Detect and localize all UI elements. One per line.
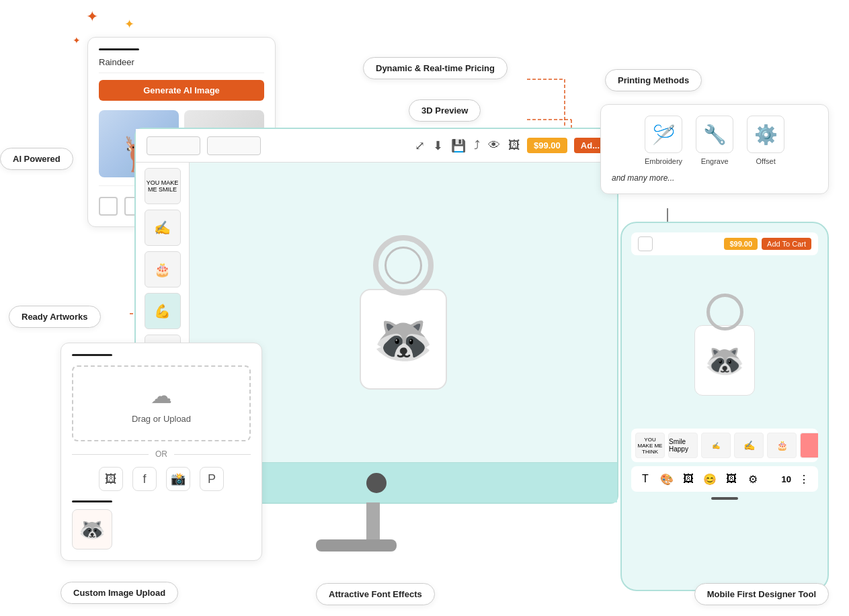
ai-panel-label: Raindeer [99, 57, 264, 67]
save-icon[interactable]: 💾 [451, 138, 466, 153]
ai-panel-line [99, 48, 139, 50]
mobile-toolbar: T 🎨 🖼 😊 🖼 ⚙ 10 ⋮ [631, 466, 818, 492]
expand-icon[interactable]: ⤢ [415, 138, 425, 153]
printing-methods-tooltip: Printing Methods [605, 69, 702, 91]
toolbar-input-2[interactable] [207, 136, 261, 155]
mobile-home-indicator [711, 497, 738, 500]
side-thumb-1[interactable]: YOU MAKE ME SMILE [145, 168, 181, 204]
keychain-product: 🦝 [360, 235, 447, 390]
drag-upload-text: Drag or Upload [132, 414, 191, 424]
share-icon[interactable]: ⤴ [474, 138, 480, 153]
mobile-top-bar: $99.00 Add To Cart [631, 232, 818, 255]
mobile-image-tool[interactable]: 🖼 [680, 470, 697, 488]
mobile-art-1[interactable]: YOU MAKE ME THINK [635, 433, 665, 458]
embroidery-label: Embroidery [645, 157, 682, 165]
toolbar-input-1[interactable] [147, 136, 200, 155]
or-text: OR [155, 449, 167, 459]
printing-methods-panel: 🪡 Embroidery 🔧 Engrave ⚙️ Offset and man… [600, 104, 829, 194]
deer-sticker: 🦝 [373, 311, 434, 368]
custom-image-upload-label: Custom Image Upload [60, 582, 178, 604]
download-icon[interactable]: ⬇ [433, 138, 443, 153]
mobile-keychain-ring [706, 294, 743, 331]
monitor-stand [350, 502, 397, 552]
offset-label: Offset [756, 157, 776, 165]
gallery-source-icon[interactable]: 🖼 [99, 467, 123, 491]
mobile-price: $99.00 [724, 238, 758, 250]
mobile-keychain: 🦝 [694, 294, 755, 396]
keychain-body: 🦝 [360, 289, 447, 390]
generate-ai-button[interactable]: Generate AI Image [99, 80, 264, 101]
attractive-font-label: Attractive Font Effects [316, 583, 435, 605]
instagram-source-icon[interactable]: 📸 [166, 467, 190, 491]
mobile-art-2[interactable]: Smile Happy [668, 433, 698, 458]
ready-artworks-label: Ready Artworks [9, 306, 101, 328]
mobile-more-tool[interactable]: ⋮ [795, 470, 813, 488]
monitor-dot [366, 473, 387, 493]
sparkle-1: ✦ [86, 8, 98, 26]
side-thumb-4[interactable]: 💪 [145, 293, 181, 329]
pinterest-source-icon[interactable]: P [200, 467, 224, 491]
upload-sources: 🖼 f 📸 P [72, 467, 251, 491]
mobile-color-tool[interactable]: 🎨 [658, 470, 676, 488]
upload-preview-thumb: 🦝 [72, 509, 112, 549]
facebook-source-icon[interactable]: f [132, 467, 157, 491]
printing-method-offset[interactable]: ⚙️ Offset [747, 116, 784, 165]
printing-more-text: and many more... [612, 173, 817, 183]
mobile-panel: $99.00 Add To Cart 🦝 YOU MAKE ME THINK S… [620, 222, 829, 591]
mobile-artworks-row: YOU MAKE ME THINK Smile Happy ✍️ ✍️ 🎂 [631, 429, 818, 462]
printing-method-engrave[interactable]: 🔧 Engrave [696, 116, 733, 165]
mobile-art-4[interactable]: ✍️ [734, 433, 764, 458]
sparkle-2: ✦ [124, 17, 134, 32]
side-thumb-3[interactable]: 🎂 [145, 251, 181, 288]
mobile-adjust-tool[interactable]: ⚙ [744, 470, 762, 488]
ai-panel-divider [99, 73, 264, 73]
price-badge: $99.00 [527, 138, 567, 153]
upload-panel-line2 [72, 500, 112, 502]
toolbar-icons: ⤢ ⬇ 💾 ⤴ 👁 🖼 [415, 138, 520, 153]
eye-icon[interactable]: 👁 [488, 138, 500, 153]
mobile-canvas: 🦝 [631, 261, 818, 429]
or-line-left [72, 454, 149, 455]
layers-icon[interactable]: 🖼 [508, 138, 520, 153]
side-thumb-2[interactable]: ✍️ [145, 210, 181, 246]
ai-checkbox-1[interactable] [99, 197, 118, 216]
printing-method-embroidery[interactable]: 🪡 Embroidery [645, 116, 682, 165]
engrave-icon: 🔧 [696, 116, 733, 153]
mobile-checkbox[interactable] [638, 236, 653, 251]
monitor-base [316, 539, 397, 552]
mobile-art-3[interactable]: ✍️ [701, 433, 731, 458]
monitor-toolbar: ⤢ ⬇ 💾 ⤴ 👁 🖼 $99.00 Ad... [136, 129, 617, 163]
mobile-add-to-cart-btn[interactable]: Add To Cart [762, 238, 811, 250]
mobile-sticker-tool[interactable]: 🖼 [723, 470, 740, 488]
upload-or-divider: OR [72, 449, 251, 459]
mobile-art-5[interactable]: 🎂 [767, 433, 797, 458]
monitor-neck [366, 502, 380, 539]
printing-methods-row: 🪡 Embroidery 🔧 Engrave ⚙️ Offset [612, 116, 817, 165]
mobile-emoji-tool[interactable]: 😊 [701, 470, 719, 488]
mobile-text-tool[interactable]: T [637, 470, 654, 488]
mobile-deer-sticker: 🦝 [704, 342, 745, 380]
upload-cloud-icon: ☁ [151, 383, 172, 408]
upload-dropzone[interactable]: ☁ Drag or Upload [72, 365, 251, 441]
mobile-tool-number: 10 [782, 474, 791, 484]
or-line-right [174, 454, 251, 455]
engrave-label: Engrave [701, 157, 729, 165]
sparkle-3: ✦ [73, 35, 81, 46]
offset-icon: ⚙️ [747, 116, 784, 153]
preview-3d-tooltip: 3D Preview [409, 99, 481, 122]
upload-panel: ☁ Drag or Upload OR 🖼 f 📸 P 🦝 [60, 343, 262, 561]
mobile-keychain-body: 🦝 [694, 325, 755, 396]
dynamic-pricing-tooltip: Dynamic & Real-time Pricing [363, 57, 508, 79]
ai-powered-label: AI Powered [0, 148, 73, 170]
mobile-first-label: Mobile First Designer Tool [694, 583, 829, 605]
embroidery-icon: 🪡 [645, 116, 682, 153]
keychain-ring [373, 235, 434, 296]
mobile-art-6[interactable] [800, 433, 818, 458]
upload-panel-line [72, 354, 112, 356]
